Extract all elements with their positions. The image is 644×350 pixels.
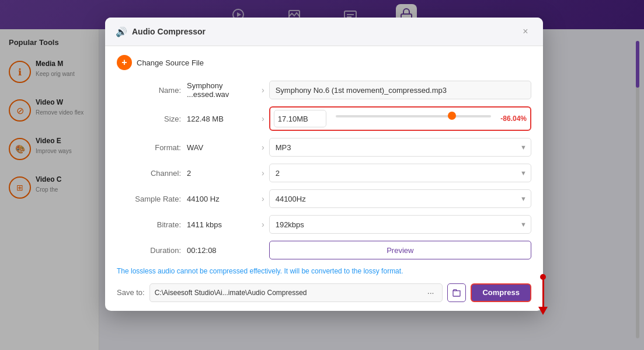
compress-button[interactable]: Compress xyxy=(471,283,531,302)
warning-text: The lossless audio cannot be compressed … xyxy=(117,266,531,276)
format-arrow-icon: › xyxy=(262,143,264,152)
save-path-dots-button[interactable]: ··· xyxy=(424,288,438,297)
format-select[interactable]: MP3 AAC OGG FLAC xyxy=(269,138,531,157)
format-orig-value: WAV xyxy=(187,143,257,152)
duration-label: Duration: xyxy=(117,246,181,255)
size-control-wrapper: ▲ ▼ -86.04% xyxy=(269,106,531,131)
channel-orig-value: 2 xyxy=(187,169,257,178)
size-row: Size: 122.48 MB › ▲ ▼ xyxy=(117,106,531,131)
name-arrow-icon: › xyxy=(262,85,264,95)
format-label: Format: xyxy=(117,143,181,152)
arrow-annotation xyxy=(538,274,548,315)
modal-close-button[interactable]: × xyxy=(518,25,532,39)
channel-select[interactable]: 2 1 xyxy=(269,164,531,182)
audio-compressor-title-icon: 🔊 xyxy=(116,26,127,37)
bitrate-arrow-icon: › xyxy=(262,220,264,229)
channel-select-wrapper: 2 1 ▼ xyxy=(269,164,531,182)
name-row: Name: Symphony ...essed.wav › xyxy=(117,81,531,99)
save-row: Save to: C:\Aiseesoft Studio\Ai...imate\… xyxy=(117,283,531,302)
change-source-button[interactable]: + Change Source File xyxy=(117,55,531,70)
sample-rate-row: Sample Rate: 44100 Hz › 44100Hz 22050Hz … xyxy=(117,189,531,208)
sample-rate-label: Sample Rate: xyxy=(117,195,181,203)
preview-button[interactable]: Preview xyxy=(269,241,531,259)
sample-rate-select-wrapper: 44100Hz 22050Hz 48000Hz ▼ xyxy=(269,189,531,208)
duration-value: 00:12:08 xyxy=(187,246,257,255)
size-percent-label: -86.04% xyxy=(500,115,527,123)
form-rows: Name: Symphony ...essed.wav › Size: 122.… xyxy=(117,81,531,259)
channel-arrow-icon: › xyxy=(262,168,264,178)
arrow-line xyxy=(542,279,544,308)
sample-rate-orig-value: 44100 Hz xyxy=(187,195,257,203)
change-source-plus-icon: + xyxy=(117,55,132,70)
name-orig-value: Symphony ...essed.wav xyxy=(187,81,257,99)
bitrate-select-wrapper: 192kbps 128kbps 256kbps 320kbps ▼ xyxy=(269,215,531,234)
size-spinbox-input[interactable] xyxy=(274,115,326,123)
save-path-text: C:\Aiseesoft Studio\Ai...imate\Audio Com… xyxy=(155,289,424,297)
sample-rate-select[interactable]: 44100Hz 22050Hz 48000Hz xyxy=(269,189,531,208)
channel-label: Channel: xyxy=(117,169,181,178)
modal-body: + Change Source File Name: Symphony ...e… xyxy=(105,46,543,311)
size-label: Size: xyxy=(117,115,181,123)
size-slider-thumb[interactable] xyxy=(448,112,456,120)
bitrate-label: Bitrate: xyxy=(117,220,181,229)
size-slider-container[interactable] xyxy=(336,115,492,123)
format-select-wrapper: MP3 AAC OGG FLAC ▼ xyxy=(269,138,531,157)
sample-rate-arrow-icon: › xyxy=(262,194,264,203)
bitrate-orig-value: 1411 kbps xyxy=(187,220,257,229)
size-arrow-icon: › xyxy=(262,114,264,123)
bitrate-row: Bitrate: 1411 kbps › 192kbps 128kbps 256… xyxy=(117,215,531,234)
modal-header: 🔊 Audio Compressor × xyxy=(105,18,543,46)
arrow-head xyxy=(538,307,548,315)
save-path-display: C:\Aiseesoft Studio\Ai...imate\Audio Com… xyxy=(149,283,443,302)
change-source-label: Change Source File xyxy=(137,58,204,67)
bitrate-select[interactable]: 192kbps 128kbps 256kbps 320kbps xyxy=(269,215,531,234)
format-row: Format: WAV › MP3 AAC OGG FLAC ▼ xyxy=(117,138,531,157)
name-input[interactable] xyxy=(269,81,531,99)
size-orig-value: 122.48 MB xyxy=(187,115,257,123)
modal-title: Audio Compressor xyxy=(132,27,206,36)
size-control: ▲ ▼ -86.04% xyxy=(274,110,527,127)
duration-row: Duration: 00:12:08 › Preview xyxy=(117,241,531,259)
save-to-label: Save to: xyxy=(117,288,145,297)
size-slider-track xyxy=(336,115,492,117)
name-label: Name: xyxy=(117,86,181,95)
channel-row: Channel: 2 › 2 1 ▼ xyxy=(117,164,531,182)
modal-title-area: 🔊 Audio Compressor xyxy=(116,26,206,37)
save-folder-button[interactable] xyxy=(447,283,466,302)
size-spinbox[interactable]: ▲ ▼ xyxy=(274,110,326,127)
audio-compressor-modal: 🔊 Audio Compressor × + Change Source Fil… xyxy=(105,18,543,311)
